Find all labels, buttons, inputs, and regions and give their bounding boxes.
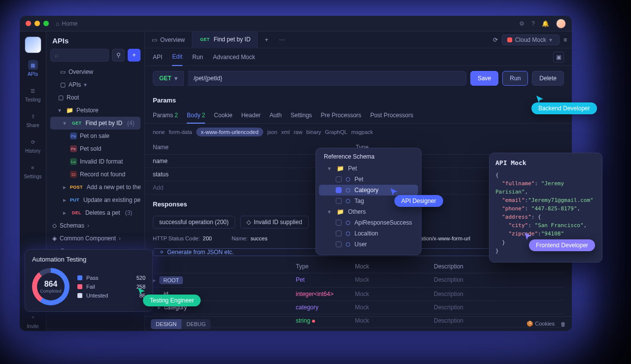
titlebar: ⌂ Home ⚙ ? 🔔 [20, 16, 572, 32]
ptab-pre[interactable]: Pre Processors [321, 108, 361, 123]
run-button[interactable]: Run [502, 71, 528, 86]
search-input[interactable]: ⌕ [50, 49, 109, 62]
tree-apis[interactable]: ▢ APIs ▾ [50, 78, 140, 91]
ring-total: 864 [44, 280, 58, 289]
ref-panel-title: Reference Schema [319, 153, 418, 163]
schema-row[interactable]: id integer<int64> MockDescription [153, 288, 564, 301]
help-icon[interactable]: ? [531, 20, 535, 27]
more-icon[interactable]: ⋯ [275, 36, 289, 43]
filter-button[interactable]: ⚲ [112, 49, 125, 62]
tree-petstore[interactable]: ▾📁 Petstore [50, 104, 140, 117]
ref-item[interactable]: ⬡ApiResponseSuccess [319, 217, 418, 228]
tree-overview[interactable]: ▭ Overview [50, 66, 140, 78]
search-icon: ⌕ [55, 52, 58, 59]
ptab-params[interactable]: Params2 [153, 108, 178, 123]
ring-total-label: Completed [40, 289, 62, 294]
close-icon[interactable] [26, 21, 31, 26]
save-button[interactable]: Save [470, 71, 498, 86]
enc-option[interactable]: none [153, 129, 165, 135]
rail-item-share[interactable]: ⇪ Share [20, 109, 46, 130]
bell-icon[interactable]: 🔔 [542, 20, 549, 27]
tree-endpoint[interactable]: ▸POST Add a new pet to the…(5) [50, 181, 140, 194]
auto-title: Automation Testing [32, 256, 145, 263]
method-selector[interactable]: GET ▾ [153, 71, 184, 86]
rail-label: Testing [25, 97, 41, 102]
rail-item-settings[interactable]: ≡ Settings [20, 161, 46, 181]
sync-icon[interactable]: ⟳ [493, 36, 498, 43]
completion-ring-chart: 864 Completed [32, 268, 70, 305]
ptab-auth[interactable]: Auth [270, 108, 282, 123]
menu-icon[interactable]: ≡ [563, 36, 567, 43]
tab-add[interactable]: + [258, 32, 275, 48]
tree-endpoint[interactable]: ▸DEL Deletes a pet(3) [50, 206, 140, 219]
sidebar-toggle-icon[interactable]: ▣ [553, 52, 564, 63]
tree-schemas[interactable]: ◇ Schemas › [50, 219, 140, 232]
tree-case[interactable]: PePet on sale [50, 130, 140, 142]
rail-item-testing[interactable]: ☰ Testing [20, 84, 46, 104]
mode-debug[interactable]: DEBUG [181, 319, 210, 329]
response-tab[interactable]: successful operation (200) [153, 216, 235, 229]
schema-row[interactable]: ▸ ROOT Pet MockDescription [153, 273, 564, 288]
minimize-icon[interactable] [35, 21, 40, 26]
rail-label: History [25, 148, 40, 154]
view-mode-toggle[interactable]: DESIGN DEBUG [151, 319, 210, 329]
enc-option[interactable]: GraphQL [325, 129, 347, 135]
env-selector[interactable]: Cloud Mock ▾ [502, 34, 560, 45]
clock-icon: ⟳ [28, 137, 38, 147]
response-tab[interactable]: ◇Invalid ID supplied [240, 216, 309, 229]
user-avatar[interactable] [556, 19, 566, 29]
mode-design[interactable]: DESIGN [151, 319, 181, 329]
ptab-body[interactable]: Body2 [187, 108, 205, 124]
legend-item: Untested86 [77, 293, 145, 298]
tree-common[interactable]: ◈ Common Component › [50, 232, 140, 245]
maximize-icon[interactable] [43, 21, 49, 26]
enc-option[interactable]: raw [294, 129, 303, 135]
ref-item[interactable]: ⬡Localtion [319, 228, 418, 239]
layers-icon: ☰ [28, 86, 38, 96]
subtab-run[interactable]: Run [192, 49, 203, 66]
tab-active-endpoint[interactable]: GET Find pet by ID [192, 32, 258, 48]
rail-item-history[interactable]: ⟳ History [20, 135, 46, 156]
ptab-cookie[interactable]: Cookie [214, 108, 232, 123]
tab-overview[interactable]: ▭ Overview [145, 32, 192, 48]
subtab-adv-mock[interactable]: Advanced Mock [213, 49, 255, 66]
body-encoding-row: none form-data x-www-form-urlencoded jso… [145, 124, 572, 140]
ptab-header[interactable]: Header [241, 108, 260, 123]
cookies-link[interactable]: 🍪 Cookies [526, 321, 555, 327]
path-input[interactable]: /pet/{petId} [188, 71, 466, 86]
enc-option[interactable]: msgpack [351, 129, 373, 135]
tree-case[interactable]: PePet sold [50, 142, 140, 155]
tree-case[interactable]: LoInvalid ID format [50, 155, 140, 168]
rail-item-apis[interactable]: ▦ APIs [20, 58, 46, 79]
schema-row[interactable]: ▸ category category MockDescription [153, 301, 564, 314]
tree-title: APIs [50, 36, 140, 49]
enc-option[interactable]: xml [281, 129, 290, 135]
enc-option[interactable]: form-data [169, 129, 192, 135]
rail-item-invite[interactable]: ＋ Invite [20, 310, 46, 331]
settings-gear-icon[interactable]: ⚙ [519, 20, 525, 27]
doc-tabs: ▭ Overview GET Find pet by ID + ⋯ ⟳ Clou… [145, 32, 572, 48]
enc-option-active[interactable]: x-www-form-urlencoded [196, 128, 264, 136]
tree-endpoint[interactable]: ▾GET Find pet by ID(4) [50, 117, 140, 130]
trash-icon[interactable]: 🗑 [561, 321, 566, 327]
enc-option[interactable]: json [267, 129, 277, 135]
ref-group[interactable]: ▾📁 Pet [319, 163, 418, 174]
tree-root[interactable]: ▢ Root [50, 91, 140, 104]
window-controls[interactable] [26, 21, 49, 26]
breadcrumb-home[interactable]: ⌂ Home [56, 20, 77, 27]
subtab-edit[interactable]: Edit [172, 48, 182, 66]
enc-option[interactable]: binary [306, 129, 321, 135]
subtab-api[interactable]: API [153, 49, 162, 66]
ptab-settings[interactable]: Settings [290, 108, 312, 123]
workspace-avatar[interactable] [25, 36, 41, 53]
ref-item[interactable]: ⬡Pet [319, 174, 418, 185]
tree-case[interactable]: ClRecord not found [50, 168, 140, 181]
diamond-icon: ◇ [246, 219, 251, 226]
tree-endpoint[interactable]: ▸PUT Update an existing pet(9) [50, 194, 140, 206]
ref-item[interactable]: ⬡User [319, 239, 418, 250]
ref-item[interactable]: ⬡Category [319, 185, 418, 196]
delete-button[interactable]: Delete [532, 71, 564, 86]
add-button[interactable]: + [128, 49, 140, 62]
ptab-post[interactable]: Post Processors [370, 108, 413, 123]
ref-group[interactable]: ▾📁 Others [319, 206, 418, 217]
